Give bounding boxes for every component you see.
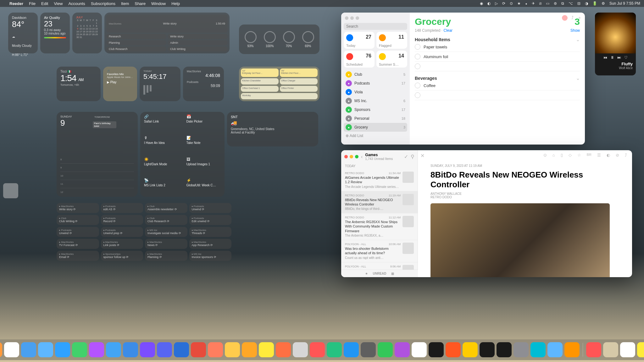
status-icon[interactable]: ⎚ [539, 1, 541, 6]
timer-cell[interactable]: Admin [168, 40, 228, 45]
menu-view[interactable]: View [54, 1, 63, 6]
menu-share[interactable]: Share [135, 1, 146, 6]
timer-card[interactable]: ▸ Podcastsedit AS ⟳ [101, 203, 143, 213]
play-button[interactable]: ▶ Play [107, 80, 133, 84]
home-tile[interactable]: 72°Entryway 1st Floor… [241, 69, 279, 77]
timer-card[interactable]: ▸ MS IncInvoice sponsors ⟳ [189, 251, 232, 261]
dock-app[interactable] [89, 342, 104, 357]
home-tile[interactable]: Office Charger [280, 78, 318, 85]
dock-app[interactable] [514, 342, 529, 357]
menu-item[interactable]: Item [121, 1, 129, 6]
timer-card[interactable]: ▸ PodcastsRecord ⟳ [101, 215, 143, 225]
dock-app[interactable] [123, 342, 138, 357]
timer-cell[interactable]: Club Writing [168, 47, 228, 52]
menu-help[interactable]: Help [171, 1, 180, 6]
reminder-task[interactable]: Coffee [415, 81, 580, 90]
calendar-month-widget[interactable]: JULY SMTWTFS 1 2345678 9101112131415 161… [72, 13, 102, 53]
next-button[interactable]: ⏭ [617, 55, 621, 60]
timer-cell[interactable]: Write story [168, 34, 228, 39]
menu-file[interactable]: File [29, 1, 36, 6]
shortcut[interactable]: ⚡GlobalUtil: Week C… [183, 176, 225, 197]
article-item[interactable]: RETRO DODO11:19 AM8BitDo Reveals New NEO… [341, 191, 418, 214]
timer-cell[interactable]: Club Research [106, 47, 166, 52]
home-tile[interactable]: Office Overhead 1 [241, 86, 279, 92]
avatar-icon[interactable] [562, 15, 568, 21]
status-icon[interactable]: ✈ [532, 1, 535, 6]
timer-card[interactable]: ▸ MacStoriesApp Research ⟳ [189, 239, 232, 249]
status-icon[interactable]: ◉ [480, 1, 483, 6]
article-item[interactable]: RETRO DODO11:12 AMThe Anbernic RG35XX No… [341, 213, 418, 240]
dock-app[interactable] [620, 342, 635, 357]
br-icon[interactable]: BR [587, 153, 591, 157]
share-icon[interactable]: ⤴ [625, 153, 627, 157]
shortcut[interactable]: 📅Date Picker [183, 112, 225, 133]
unread-filter[interactable]: UNREAD [373, 272, 386, 275]
status-icon[interactable]: ⟳ [502, 1, 505, 6]
close-article-icon[interactable]: ✕ [420, 153, 425, 159]
reminder-task-empty[interactable] [415, 62, 580, 71]
battery-icon[interactable]: 🔋 [592, 1, 597, 6]
status-icon[interactable]: ▭ [546, 1, 549, 6]
back-button[interactable]: ‹ [361, 154, 363, 160]
reminder-list-item[interactable]: ●MS Inc.6 [344, 96, 407, 105]
smart-list-scheduled[interactable]: 76Scheduled [344, 51, 375, 68]
window-controls[interactable] [344, 155, 358, 158]
today-timer-widget[interactable]: TODAY 5:45:17 [140, 67, 180, 101]
article-item[interactable]: POLYGON - ALL10:06 AMWas bro-shooter Bul… [341, 240, 418, 262]
dock-app[interactable] [564, 342, 580, 357]
dock-app[interactable] [530, 342, 546, 357]
timer-card[interactable]: ▸ ClubClub Research ⟳ [145, 215, 187, 225]
status-icon[interactable]: ⬥ [525, 1, 527, 6]
reminder-list-item[interactable]: ●Podcasts17 [344, 79, 407, 88]
home-tile[interactable]: 75°Kitchen 2nd Floor… [280, 69, 318, 77]
dock-app[interactable] [276, 342, 291, 357]
timer-card[interactable]: ▸ ClubAssemble newsletter ⟳ [145, 203, 187, 213]
bookmark-icon[interactable]: ▯ [561, 153, 563, 157]
share-icon[interactable]: ⤴ [571, 15, 574, 21]
dock-app[interactable] [293, 342, 308, 357]
dock-app[interactable] [412, 342, 427, 357]
timer-card[interactable]: ▸ MacStoriesPlanning ⟳ [145, 251, 187, 261]
safari-icon[interactable]: ⊘ [616, 153, 619, 157]
app-menu[interactable]: Reeder [9, 1, 23, 6]
timer-card[interactable]: ▸ MacStoriesThreads ⟳ [189, 227, 232, 237]
add-list-button[interactable]: ⊕ Add List [344, 132, 407, 140]
timer-cell[interactable]: Research [106, 34, 166, 39]
home-tile[interactable]: Workday [241, 93, 318, 99]
timer-card[interactable]: ▸ MacStoriesEmail ⟳ [57, 251, 99, 261]
shortcut[interactable]: 📝Take Note [183, 133, 225, 154]
dock-app[interactable] [310, 342, 325, 357]
running-timer-widget[interactable]: MacStories 4:46:08 Podcasts 59:09 [183, 67, 224, 101]
home-widget[interactable]: 72°Entryway 1st Floor… 75°Kitchen 2nd Fl… [239, 67, 319, 101]
timer-card[interactable]: ▸ PodcastsEdit unwind ⟳ [189, 215, 232, 225]
timer-card[interactable]: ▸ PodcastsUnwind ⟳ [57, 227, 99, 237]
timer-current[interactable]: MacStories Write story 1:50:49 [106, 14, 228, 33]
shortcut[interactable]: ☀️Light/Dark Mode [140, 155, 182, 176]
status-icon[interactable]: ⌥ [569, 1, 573, 6]
menubar-clock[interactable]: Sun Jul 9 7:55 PM [609, 1, 640, 6]
status-icon[interactable]: ◐ [487, 1, 491, 6]
all-filter[interactable]: ▦ [391, 272, 394, 275]
dock-app[interactable] [429, 342, 444, 357]
dock-app[interactable] [480, 342, 495, 357]
smart-list-summer[interactable]: 14Summer S… [376, 51, 407, 68]
battery-rings-widget[interactable]: 93% 100% 70% 69% [239, 25, 319, 54]
dock-app[interactable] [395, 342, 410, 357]
reminder-list-item[interactable]: ●Grocery3 [344, 123, 407, 132]
home-icon[interactable]: ⌂ [552, 153, 555, 157]
dock-app[interactable] [208, 342, 223, 357]
dock-app[interactable] [637, 342, 644, 357]
clear-button[interactable]: Clear [443, 28, 452, 33]
home-tile[interactable]: Kitchen Chandelier [241, 78, 279, 85]
dock-app[interactable] [72, 342, 87, 357]
timery-widget[interactable]: MacStories Write story 1:50:49 Research … [104, 13, 230, 53]
status-icon[interactable]: ◑ [585, 1, 588, 6]
status-icon[interactable]: ★ [517, 1, 521, 6]
weather-widget[interactable]: Davidson 84° ☁ Mostly Cloudy H:86° L:71° [8, 13, 38, 53]
menu-edit[interactable]: Edit [41, 1, 48, 6]
show-button[interactable]: Show [570, 28, 580, 33]
dock-app[interactable] [157, 342, 172, 357]
reminder-task[interactable]: Aluminum foil [415, 52, 580, 62]
list-icon[interactable]: ☰ [597, 153, 601, 157]
reminder-list-item[interactable]: ●Club5 [344, 70, 407, 79]
